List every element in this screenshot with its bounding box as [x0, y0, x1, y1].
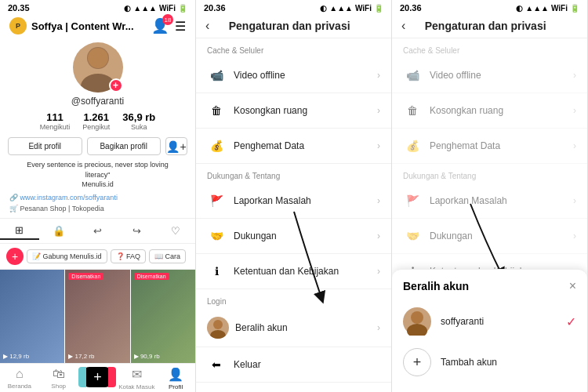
chevron-icon-1: ›: [377, 70, 380, 81]
header-right: 👤 18 ☰: [151, 17, 186, 34]
logout-label: Keluar: [234, 359, 380, 370]
video-offline-icon: 📹: [207, 66, 226, 85]
status-icons-p2: ◐ ▲▲▲ WiFi 🔋: [320, 4, 383, 13]
video-badge-2: Disematkan: [68, 273, 103, 280]
settings-header: ‹ Pengaturan dan privasi: [196, 14, 391, 38]
current-user-row[interactable]: soffyaranti ✓: [403, 301, 576, 342]
video-thumb-3[interactable]: Disematkan ▶ 90,9 rb: [131, 270, 195, 363]
svg-point-6: [407, 324, 427, 336]
faq-button[interactable]: ❓ FAQ: [111, 249, 147, 263]
create-nav-icon: +: [83, 367, 111, 387]
settings-report[interactable]: 🚩 Laporkan Masalah ›: [196, 183, 391, 219]
nav-home[interactable]: ⌂ Beranda: [0, 367, 39, 390]
create-button[interactable]: +: [6, 248, 24, 265]
report-icon: 🚩: [207, 191, 226, 210]
section-label-cache-p3: Cache & Seluler: [392, 38, 587, 58]
notif-badge: 18: [162, 14, 173, 25]
data-saver-icon: 💰: [207, 136, 226, 155]
cara-button[interactable]: 📖 Cara: [149, 249, 186, 263]
settings-data-saver[interactable]: 💰 Penghemat Data ›: [196, 129, 391, 164]
terms-icon: ℹ: [207, 262, 226, 281]
instagram-link[interactable]: 🔗 www.instagram.com/soffyaranti: [9, 194, 118, 201]
likes-count: 36,9 rb: [122, 111, 155, 123]
edit-profile-button[interactable]: Edit profil: [8, 137, 82, 155]
settings-header-p3: ‹ Pengaturan dan privasi: [392, 14, 587, 38]
chevron-icon-7: ›: [377, 322, 380, 333]
tab-heart[interactable]: ♡: [156, 222, 195, 240]
add-account-row[interactable]: + Tambah akun: [403, 342, 576, 383]
panel-settings-popup: 20.36 ◐ ▲▲▲ WiFi 🔋 ‹ Pengaturan dan priv…: [392, 0, 588, 392]
settings-support-p3: 🤝 Dukungan ›: [392, 219, 587, 254]
settings-logout[interactable]: ⬅ Keluar: [196, 347, 391, 383]
stat-followers: 1.261 Pengikut: [82, 111, 110, 131]
nav-create[interactable]: +: [78, 367, 118, 390]
back-button-p3[interactable]: ‹: [401, 19, 405, 33]
popup-title: Beralih akun: [403, 280, 569, 292]
tab-lock[interactable]: 🔒: [39, 222, 78, 240]
following-label: Mengikuti: [40, 123, 71, 131]
tab-repost[interactable]: ↩: [78, 222, 118, 240]
join-menulis-button[interactable]: 📝 Gabung Menulis.id: [27, 249, 107, 263]
add-friend-button[interactable]: 👤+: [165, 137, 187, 155]
video-badge-3: Disematkan: [134, 273, 169, 280]
username: @soffyaranti: [0, 96, 195, 107]
shop-icon: 🛍: [53, 367, 65, 381]
video-thumb-1[interactable]: ▶ 12,9 rb: [0, 270, 64, 363]
svg-point-4: [210, 330, 226, 339]
data-saver-label: Penghemat Data: [234, 140, 377, 151]
menu-icon[interactable]: ☰: [175, 19, 186, 34]
support-label: Dukungan: [234, 230, 377, 241]
settings-data-saver-p3: 💰 Penghemat Data ›: [392, 129, 587, 164]
logout-icon: ⬅: [207, 355, 226, 374]
report-label: Laporkan Masalah: [234, 195, 377, 206]
popup-close-button[interactable]: ×: [569, 279, 576, 293]
nav-profile[interactable]: 👤 Profil: [156, 367, 195, 390]
add-person-icon: 👤+: [166, 140, 186, 153]
inbox-icon: ✉: [132, 367, 142, 382]
switch-account-label: Beralih akun: [235, 322, 377, 333]
nav-shop[interactable]: 🛍 Shop: [39, 367, 78, 390]
settings-switch-account[interactable]: Beralih akun ›: [196, 309, 391, 347]
svg-point-2: [88, 48, 108, 68]
current-username: soffyaranti: [441, 316, 566, 327]
share-profile-button[interactable]: Bagikan profil: [87, 137, 162, 155]
content-tabs: ⊞ 🔒 ↩ ↪ ♡: [0, 218, 195, 244]
add-account-icon: +: [403, 348, 431, 376]
settings-title-p3: Pengaturan dan privasi: [412, 20, 559, 32]
tab-share[interactable]: ↪: [117, 222, 156, 240]
terms-label: Ketentuan dan Kebijakan: [234, 266, 377, 277]
chevron-icon-4: ›: [377, 195, 380, 206]
video-views-1: ▶ 12,9 rb: [3, 353, 29, 360]
profile-header: P Soffya | Content Wr... 👤 18 ☰: [0, 14, 195, 38]
account-avatar: [207, 317, 229, 339]
popup-header: Beralih akun ×: [403, 279, 576, 293]
settings-title: Pengaturan dan privasi: [216, 20, 363, 32]
back-button[interactable]: ‹: [205, 19, 209, 33]
tab-grid[interactable]: ⊞: [0, 222, 39, 240]
nav-profile-label: Profil: [169, 383, 183, 390]
video-offline-label: Video offline: [234, 70, 377, 81]
nav-inbox[interactable]: ✉ Kotak Masuk: [117, 367, 156, 390]
chevron-icon-2: ›: [377, 105, 380, 116]
panel-profile: 20.35 ◐ ▲▲▲ WiFi 🔋 P Soffya | Content Wr…: [0, 0, 196, 392]
shop-link[interactable]: 🛒 Pesanan Shop | Tokopedia: [9, 205, 104, 212]
avatar-add-button[interactable]: +: [109, 78, 123, 93]
status-bar-p1: 20.35 ◐ ▲▲▲ WiFi 🔋: [0, 0, 195, 14]
stats-row: 111 Mengikuti 1.261 Pengikut 36,9 rb Suk…: [0, 111, 195, 131]
settings-support[interactable]: 🤝 Dukungan ›: [196, 219, 391, 254]
following-count: 111: [40, 111, 71, 123]
video-views-2: ▶ 17,2 rb: [68, 353, 94, 360]
notification-btn[interactable]: 👤 18: [151, 17, 169, 34]
settings-video-offline[interactable]: 📹 Video offline ›: [196, 58, 391, 93]
chevron-icon-6: ›: [377, 266, 380, 277]
time-p1: 20.35: [8, 3, 30, 13]
brand-badge: P: [9, 17, 27, 34]
current-user-avatar: [403, 307, 431, 336]
followers-count: 1.261: [82, 111, 110, 123]
video-thumb-2[interactable]: Disematkan ▶ 17,2 rb: [65, 270, 129, 363]
settings-terms[interactable]: ℹ Ketentuan dan Kebijakan ›: [196, 254, 391, 289]
settings-clear-space[interactable]: 🗑 Kosongkan ruang ›: [196, 93, 391, 129]
likes-label: Suka: [122, 123, 155, 131]
stat-likes: 36,9 rb Suka: [122, 111, 155, 131]
clear-space-icon: 🗑: [207, 101, 226, 120]
